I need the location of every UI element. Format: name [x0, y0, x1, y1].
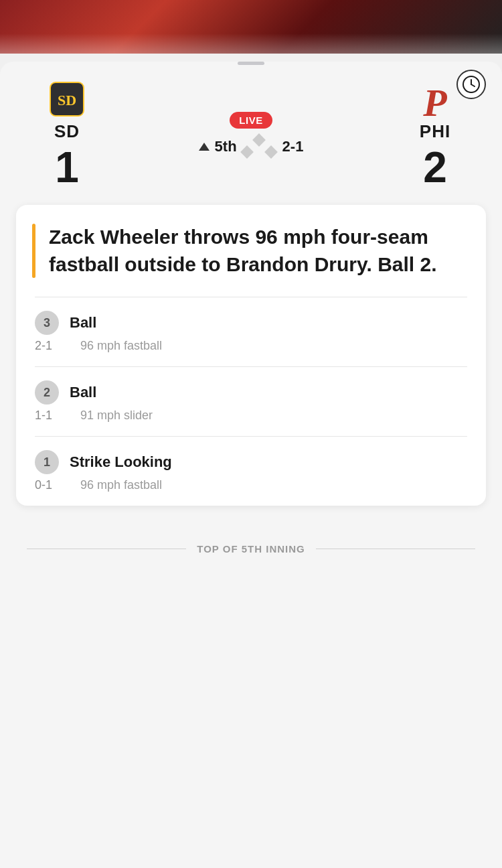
bottom-sheet: SD SD 1 LIVE 5th 2-1 [0, 62, 502, 868]
away-score: 1 [55, 146, 79, 189]
phi-logo: P [417, 81, 453, 117]
pitch-result: Ball [70, 314, 96, 332]
pitch-top: 2 Ball [35, 380, 467, 405]
separator-line-right [316, 549, 475, 549]
pitch-row: 1 Strike Looking 0-1 96 mph fastball [35, 436, 467, 506]
inning-info: 5th 2-1 [199, 135, 304, 158]
svg-text:P: P [422, 81, 447, 117]
photo-background [0, 0, 502, 54]
pitch-result: Strike Looking [70, 453, 172, 471]
main-card: Zack Wheeler throws 96 mph four-seam fas… [16, 205, 486, 506]
phi-logo-svg: P [417, 81, 453, 117]
pitch-detail-text: 96 mph fastball [80, 478, 162, 492]
pitch-count-label: 2-1 [35, 339, 70, 353]
pitch-log: 3 Ball 2-1 96 mph fastball 2 Ball [16, 297, 486, 506]
away-team-block: SD SD 1 [27, 81, 107, 189]
pitch-count-label: 1-1 [35, 409, 70, 423]
pitch-detail-row: 0-1 96 mph fastball [35, 478, 467, 492]
home-abbr: PHI [420, 121, 450, 142]
pitch-top: 3 Ball [35, 311, 467, 335]
headline-wrapper: Zack Wheeler throws 96 mph four-seam fas… [16, 205, 486, 297]
clock-icon [462, 75, 481, 94]
pitch-number-badge: 3 [35, 311, 59, 335]
home-team-block: P PHI 2 [395, 81, 475, 189]
first-base [264, 145, 278, 159]
svg-line-2 [471, 84, 475, 86]
pitch-detail-row: 2-1 96 mph fastball [35, 339, 467, 353]
pitch-row: 2 Ball 1-1 91 mph slider [35, 366, 467, 436]
headline-content: Zack Wheeler throws 96 mph four-seam fas… [35, 224, 486, 278]
sd-logo-svg: SD [49, 81, 85, 117]
away-abbr: SD [54, 121, 80, 142]
pitch-number-badge: 1 [35, 450, 59, 474]
pitch-row: 3 Ball 2-1 96 mph fastball [35, 297, 467, 366]
bases-display [242, 135, 277, 158]
pitch-result: Ball [70, 384, 96, 401]
pitch-detail-text: 91 mph slider [80, 409, 153, 423]
history-button[interactable] [456, 70, 486, 99]
pitch-detail-row: 1-1 91 mph slider [35, 409, 467, 423]
svg-text:SD: SD [58, 92, 76, 108]
inning-number: 5th [215, 138, 237, 155]
sd-logo: SD [49, 81, 85, 117]
second-base [252, 133, 266, 147]
separator-line-left [27, 549, 186, 549]
pitch-count-label: 0-1 [35, 478, 70, 492]
pitch-number-badge: 2 [35, 380, 59, 405]
score-section: SD SD 1 LIVE 5th 2-1 [0, 70, 502, 205]
live-badge: LIVE [230, 112, 272, 129]
drag-handle[interactable] [238, 62, 264, 65]
inning-separator: TOP OF 5TH INNING [0, 522, 502, 571]
game-status: LIVE 5th 2-1 [107, 112, 395, 158]
inning-separator-label: TOP OF 5TH INNING [197, 543, 305, 555]
headline-text: Zack Wheeler throws 96 mph four-seam fas… [49, 224, 470, 278]
home-score: 2 [423, 146, 447, 189]
top-inning-arrow [199, 143, 210, 151]
third-base [240, 145, 254, 159]
pitch-detail-text: 96 mph fastball [80, 339, 162, 353]
pitch-top: 1 Strike Looking [35, 450, 467, 474]
pitch-count: 2-1 [282, 138, 304, 155]
